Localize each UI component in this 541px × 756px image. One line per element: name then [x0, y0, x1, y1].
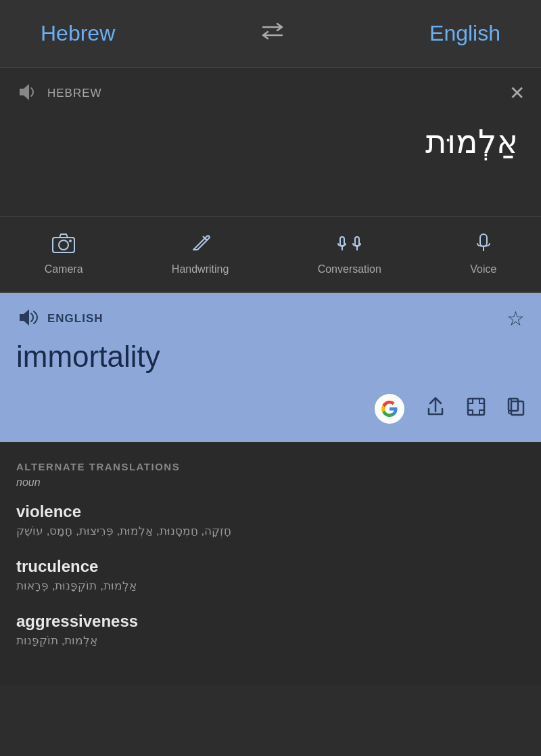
conversation-label: Conversation [318, 263, 381, 275]
alt-hebrew-2: אַלְמוּת, תוֹקְפָּנוּת, פְּרָאוּת [16, 579, 525, 593]
copy-icon [507, 397, 525, 416]
source-text[interactable]: אַלְמוּת [16, 116, 525, 174]
alt-word-1[interactable]: violence [16, 502, 525, 521]
input-lang-row: HEBREW ✕ [16, 81, 525, 105]
result-lang-row: ENGLISH ☆ [16, 307, 525, 330]
input-speaker-button[interactable] [16, 81, 38, 105]
voice-label: Voice [470, 263, 496, 275]
share-button[interactable] [426, 397, 445, 422]
alt-hebrew-3: אַלְמוּת, תוֹקְפָּנוּת [16, 633, 525, 648]
list-item: truculence אַלְמוּת, תוֹקְפָּנוּת, פְּרָ… [16, 557, 525, 593]
input-lang-label: HEBREW [16, 81, 102, 105]
google-icon [381, 400, 398, 418]
svg-point-2 [69, 240, 72, 242]
result-lang-label: ENGLISH [16, 307, 103, 330]
camera-icon [52, 233, 75, 258]
save-translation-button[interactable]: ☆ [507, 307, 525, 330]
expand-icon [467, 397, 486, 416]
alt-word-2[interactable]: truculence [16, 557, 525, 576]
result-speaker-icon [16, 307, 38, 328]
language-bar: Hebrew English [0, 0, 541, 68]
source-language-button[interactable]: Hebrew [27, 14, 128, 53]
svg-rect-9 [468, 399, 484, 415]
result-actions [16, 394, 525, 424]
handwriting-icon [190, 233, 210, 258]
alt-translations-title: ALTERNATE TRANSLATIONS [16, 461, 525, 472]
svg-point-1 [59, 240, 68, 250]
google-button[interactable] [375, 394, 404, 424]
alt-part-of-speech: noun [16, 476, 525, 489]
alt-hebrew-1: חָזְקָה, חַמְסָנוּת, אַלְמוּת, פְּרִיצוּ… [16, 524, 525, 538]
swap-languages-icon[interactable] [260, 22, 285, 45]
close-button[interactable]: ✕ [509, 84, 525, 103]
alternate-translations-section: ALTERNATE TRANSLATIONS noun violence חָז… [0, 442, 541, 686]
handwriting-tool-button[interactable]: Handwriting [158, 227, 242, 281]
result-area: ENGLISH ☆ immortality [0, 293, 541, 442]
tools-row: Camera Handwriting Conversation [0, 217, 541, 293]
result-language-label: ENGLISH [47, 312, 103, 326]
conversation-tool-button[interactable]: Conversation [304, 227, 395, 281]
copy-button[interactable] [507, 397, 525, 421]
svg-rect-7 [480, 234, 487, 246]
list-item: aggressiveness אַלְמוּת, תוֹקְפָּנוּת [16, 612, 525, 648]
alt-word-3[interactable]: aggressiveness [16, 612, 525, 631]
voice-icon [475, 233, 492, 258]
target-language-button[interactable]: English [416, 14, 514, 53]
svg-rect-11 [509, 399, 518, 411]
handwriting-label: Handwriting [172, 263, 229, 275]
share-icon [426, 397, 445, 417]
camera-label: Camera [45, 263, 83, 275]
expand-button[interactable] [467, 397, 486, 421]
camera-tool-button[interactable]: Camera [31, 227, 97, 281]
input-language-label: HEBREW [47, 87, 102, 100]
translation-result: immortality [16, 340, 525, 374]
speaker-icon [16, 81, 38, 103]
voice-tool-button[interactable]: Voice [456, 227, 510, 281]
list-item: violence חָזְקָה, חַמְסָנוּת, אַלְמוּת, … [16, 502, 525, 538]
result-speaker-button[interactable] [16, 307, 38, 330]
conversation-icon [335, 233, 364, 258]
input-area: HEBREW ✕ אַלְמוּת [0, 68, 541, 217]
